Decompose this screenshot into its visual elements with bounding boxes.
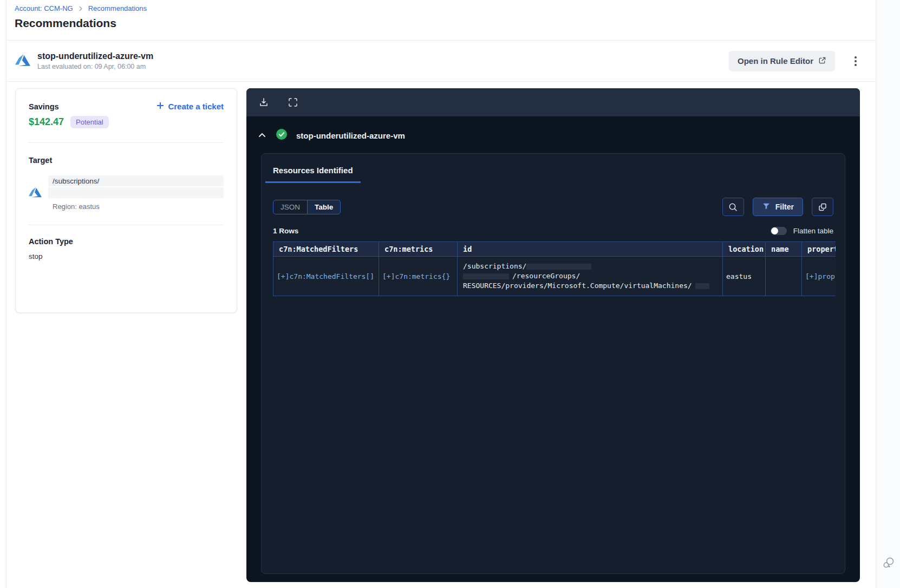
search-button[interactable] [722,198,744,216]
page-title: Recommendations [15,17,116,30]
target-region: Region: eastus [48,202,224,211]
cell-matched-filters-expand[interactable]: [+]c7n:MatchedFilters[] [273,257,379,296]
cell-properties-expand[interactable]: [+]prop [802,257,836,296]
flatten-table-toggle[interactable] [771,227,787,235]
cell-id: /subscriptions/ /resourceGroups/ RESOURC… [458,257,723,296]
col-id: id [458,242,723,257]
success-check-icon [276,128,288,142]
resources-table-wrapper: c7n:MatchedFilters c7n:metrics id locati… [273,241,836,296]
collapse-chevron-up-icon[interactable] [256,129,268,141]
rule-name: stop-underutilized-azure-vm [37,51,153,61]
tab-resources-identified[interactable]: Resources Identified [265,166,361,183]
rule-result-header: stop-underutilized-azure-vm [246,128,860,142]
table-row: [+]c7n:MatchedFilters[] [+]c7n:metrics{}… [273,257,836,296]
viewer-toolbar [246,88,860,116]
rule-header: stop-underutilized-azure-vm Last evaluat… [15,41,860,81]
download-button[interactable] [257,96,270,109]
cell-name [766,257,802,296]
filter-button[interactable]: Filter [753,198,803,216]
table-header-row: c7n:MatchedFilters c7n:metrics id locati… [273,242,836,257]
create-ticket-label: Create a ticket [168,102,224,111]
savings-label: Savings [29,102,59,111]
table-controls: JSON Table Filter [262,198,845,216]
breadcrumb-recommendations-link[interactable]: Recommendations [88,4,147,12]
azure-icon [15,53,30,70]
rule-output-panel: stop-underutilized-azure-vm Resources Id… [246,88,860,582]
recommendations-page: Account: CCM-NG Recommendations Recommen… [0,0,900,588]
rule-last-evaluated: Last evaluated on: 09 Apr, 06:00 am [37,63,153,70]
target-path-redacted [48,187,224,198]
flatten-table-label: Flatten table [793,227,833,235]
recommendation-summary-card: Savings Create a ticket $142.47 Potentia… [15,88,237,313]
external-link-icon [818,56,826,66]
rows-count: 1 Rows [273,227,298,235]
resources-card: Resources Identified JSON Table Filter [261,153,845,574]
savings-potential-badge: Potential [70,116,109,128]
savings-amount: $142.47 [29,116,64,128]
open-in-rule-editor-label: Open in Rule Editor [738,56,813,66]
card-divider [29,225,224,225]
target-label: Target [29,156,224,165]
create-ticket-link[interactable]: Create a ticket [156,102,224,111]
resources-table: c7n:MatchedFilters c7n:metrics id locati… [273,241,836,296]
col-properties: propert [802,242,836,257]
cell-location: eastus [723,257,766,296]
cell-metrics-expand[interactable]: [+]c7n:metrics{} [379,257,458,296]
tab-bar: Resources Identified [262,154,845,184]
col-metrics: c7n:metrics [379,242,458,257]
right-gutter [876,0,900,588]
rule-header-divider [6,81,876,82]
azure-icon [29,186,42,201]
breadcrumb-separator-icon [77,5,84,12]
col-name: name [766,242,802,257]
view-table-option[interactable]: Table [308,200,340,214]
table-meta: 1 Rows Flatten table [262,227,845,235]
breadcrumb: Account: CCM-NG Recommendations [15,4,147,12]
filter-icon [762,202,771,212]
rule-result-title: stop-underutilized-azure-vm [296,131,405,140]
breadcrumb-account-link[interactable]: Account: CCM-NG [15,4,73,12]
fullscreen-button[interactable] [286,96,299,109]
filter-label: Filter [775,202,794,211]
open-in-rule-editor-button[interactable]: Open in Rule Editor [729,51,835,71]
more-options-button[interactable] [851,54,860,68]
copy-button[interactable] [812,198,833,216]
left-edge-divider [6,0,6,588]
col-matched-filters: c7n:MatchedFilters [273,242,379,257]
action-type-value: stop [29,252,224,260]
chat-help-icon[interactable] [882,556,896,572]
view-mode-toggle: JSON Table [273,200,341,214]
card-divider [29,142,224,143]
col-location: location [723,242,766,257]
view-json-option[interactable]: JSON [273,200,308,214]
target-resource: /subscriptions/ Region: eastus [29,175,224,211]
target-path: /subscriptions/ [48,175,224,186]
plus-icon [156,102,164,111]
action-type-label: Action Type [29,237,224,246]
